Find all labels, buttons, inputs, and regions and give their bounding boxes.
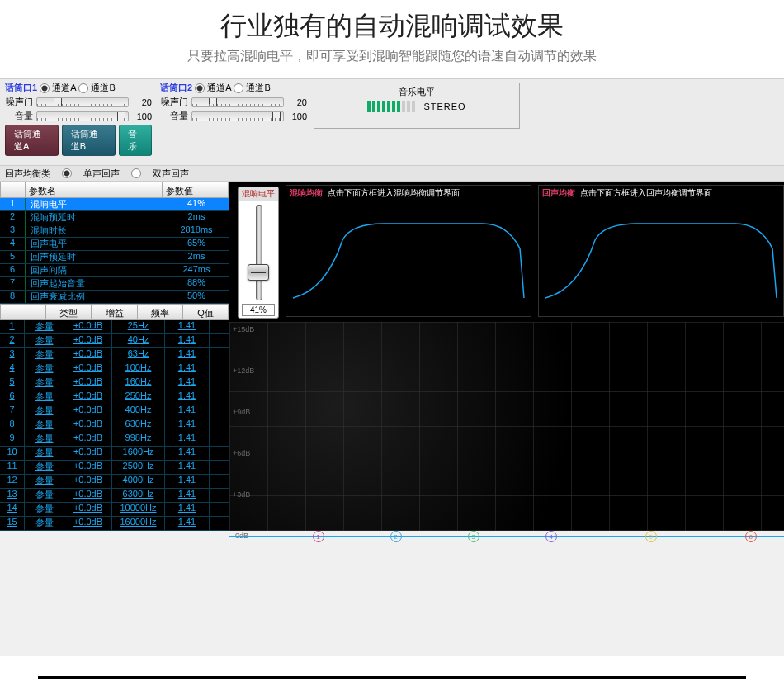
echo-eq-curve-box[interactable]: 回声均衡点击下面方框进入回声均衡调节界面: [538, 185, 784, 317]
mic1-vol-slider[interactable]: [36, 111, 129, 121]
echo-single-radio[interactable]: [62, 168, 72, 178]
music-stereo-label: STEREO: [423, 102, 465, 111]
music-panel: 音乐电平 STEREO: [310, 79, 784, 165]
mic1-channel-b-label: 通道B: [91, 82, 115, 94]
eq-node[interactable]: 1: [313, 531, 324, 542]
param-row[interactable]: 6回声间隔247ms: [0, 264, 229, 277]
mic2-gate-value: 20: [287, 97, 307, 107]
eq-header-q: Q值: [183, 305, 229, 319]
audio-mixer-app: 话筒口1 通道A 通道B 噪声门20 音量100 话筒通道A 话筒通道B 音乐 …: [0, 78, 784, 656]
eq-row[interactable]: 6参量+0.0dB250Hz1.41: [0, 390, 229, 404]
reverb-slider-value: 41%: [242, 304, 275, 316]
tab-mic-b-button[interactable]: 话筒通道B: [62, 125, 116, 156]
param-row[interactable]: 8回声衰减比例50%: [0, 291, 229, 304]
right-panel: 混响电平 41% 混响均衡点击下面方框进入混响均衡调节界面 回声均衡点击下面方框…: [229, 182, 784, 531]
echo-dual-radio[interactable]: [131, 168, 141, 178]
eq-node[interactable]: 4: [545, 531, 557, 542]
eq-graph-grid-icon: [229, 322, 784, 531]
mic1-channel-b-radio[interactable]: [78, 83, 88, 93]
mic2-channel-b-radio[interactable]: [234, 83, 243, 93]
reverb-eq-curve-box[interactable]: 混响均衡点击下面方框进入混响均衡调节界面: [286, 185, 531, 317]
eq-row[interactable]: 3参量+0.0dB63Hz1.41: [0, 348, 229, 362]
footer-divider: [38, 676, 746, 679]
eq-row[interactable]: 4参量+0.0dB100Hz1.41: [0, 362, 229, 376]
eq-y-0: -0dB: [233, 532, 248, 540]
mic2-label: 话筒口2: [160, 82, 192, 94]
mic1-gate-label: 噪声门: [5, 96, 33, 108]
eq-row[interactable]: 1参量+0.0dB25Hz1.41: [0, 320, 229, 334]
mic1-gate-value: 20: [132, 97, 152, 107]
eq-header-gain: 增益: [92, 305, 137, 319]
mic2-vol-value: 100: [287, 111, 307, 121]
eq-table[interactable]: 1参量+0.0dB25Hz1.412参量+0.0dB40Hz1.413参量+0.…: [0, 320, 229, 531]
param-row[interactable]: 2混响预延时2ms: [0, 211, 229, 224]
eq-node[interactable]: 2: [390, 531, 402, 542]
mic2-gate-slider[interactable]: [191, 97, 284, 107]
mic2-channel-a-label: 通道A: [207, 82, 231, 94]
mic2-panel: 话筒口2 通道A 通道B 噪声门20 音量100: [155, 79, 310, 165]
eq-node[interactable]: 6: [745, 531, 757, 542]
reverb-level-slider[interactable]: 混响电平 41%: [238, 187, 279, 319]
param-header-name: 参数名: [26, 182, 163, 197]
reverb-eq-curve-icon: [290, 199, 527, 306]
left-column: 参数名 参数值 1混响电平41%2混响预延时2ms3混响时长2818ms4回声电…: [0, 182, 229, 531]
echo-eq-curve-icon: [542, 199, 780, 306]
eq-row[interactable]: 14参量+0.0dB10000Hz1.41: [0, 503, 229, 517]
mic1-label: 话筒口1: [5, 82, 37, 94]
mic2-gate-label: 噪声门: [160, 96, 188, 108]
eq-row[interactable]: 8参量+0.0dB630Hz1.41: [0, 418, 229, 432]
param-row[interactable]: 3混响时长2818ms: [0, 224, 229, 238]
reverb-eq-name: 混响均衡: [290, 188, 323, 197]
eq-row[interactable]: 7参量+0.0dB400Hz1.41: [0, 404, 229, 418]
param-header-value: 参数值: [163, 182, 229, 197]
music-level-box: 音乐电平 STEREO: [314, 83, 520, 129]
mic2-channel-b-label: 通道B: [246, 82, 270, 94]
eq-y-9: +9dB: [233, 408, 250, 416]
param-table[interactable]: 1混响电平41%2混响预延时2ms3混响时长2818ms4回声电平65%5回声预…: [0, 198, 229, 304]
eq-y-15: +15dB: [233, 325, 254, 333]
mic2-channel-a-radio[interactable]: [195, 83, 205, 93]
mic2-vol-slider[interactable]: [191, 111, 284, 121]
music-level-title: 音乐电平: [319, 86, 514, 98]
eq-row[interactable]: 10参量+0.0dB1600Hz1.41: [0, 447, 229, 461]
music-meter-icon: [367, 101, 415, 112]
eq-graph[interactable]: +15dB +12dB +9dB +6dB +3dB -0dB 123456: [229, 322, 784, 531]
eq-row[interactable]: 11参量+0.0dB2500Hz1.41: [0, 461, 229, 475]
echo-eq-hint: 点击下面方框进入回声均衡调节界面: [580, 188, 712, 197]
eq-node[interactable]: 3: [468, 531, 479, 542]
eq-y-6: +6dB: [233, 449, 250, 457]
eq-header-freq: 频率: [138, 305, 183, 319]
param-table-header: 参数名 参数值: [0, 182, 229, 198]
eq-y-3: +3dB: [233, 490, 250, 499]
curve-panels: 混响均衡点击下面方框进入混响均衡调节界面 回声均衡点击下面方框进入回声均衡调节界…: [286, 185, 784, 317]
mic1-panel: 话筒口1 通道A 通道B 噪声门20 音量100 话筒通道A 话筒通道B 音乐: [0, 79, 155, 165]
param-row[interactable]: 1混响电平41%: [0, 198, 229, 211]
eq-row[interactable]: 12参量+0.0dB4000Hz1.41: [0, 475, 229, 489]
reverb-slider-thumb[interactable]: [248, 264, 269, 281]
page-title: 行业独有的自动混响调试效果: [0, 8, 784, 45]
mic1-vol-value: 100: [132, 111, 152, 121]
eq-y-12: +12dB: [233, 366, 254, 375]
mic1-gate-slider[interactable]: [36, 97, 129, 107]
echo-eq-name: 回声均衡: [542, 188, 575, 197]
mic2-vol-label: 音量: [160, 110, 188, 122]
mic1-channel-a-label: 通道A: [52, 82, 76, 94]
eq-row[interactable]: 9参量+0.0dB998Hz1.41: [0, 432, 229, 447]
eq-row[interactable]: 5参量+0.0dB160Hz1.41: [0, 376, 229, 390]
param-row[interactable]: 7回声起始音量88%: [0, 277, 229, 291]
tab-music-button[interactable]: 音乐: [119, 125, 152, 156]
echo-single-label: 单声回声: [83, 168, 120, 180]
param-row[interactable]: 4回声电平65%: [0, 238, 229, 251]
mic1-vol-label: 音量: [5, 110, 33, 122]
eq-row[interactable]: 15参量+0.0dB16000Hz1.41: [0, 517, 229, 531]
echo-dual-label: 双声回声: [153, 168, 189, 180]
mic1-channel-a-radio[interactable]: [40, 83, 50, 93]
reverb-eq-hint: 点击下面方框进入混响均衡调节界面: [328, 188, 460, 197]
echo-eq-type-label: 回声均衡类: [5, 168, 50, 180]
eq-row[interactable]: 2参量+0.0dB40Hz1.41: [0, 334, 229, 348]
eq-node[interactable]: 5: [645, 531, 657, 542]
page-subtitle: 只要拉高混响电平，即可享受到混响智能跟随您的语速自动调节的效果: [0, 48, 784, 65]
tab-mic-a-button[interactable]: 话筒通道A: [5, 125, 59, 156]
eq-row[interactable]: 13参量+0.0dB6300Hz1.41: [0, 489, 229, 503]
param-row[interactable]: 5回声预延时2ms: [0, 251, 229, 264]
